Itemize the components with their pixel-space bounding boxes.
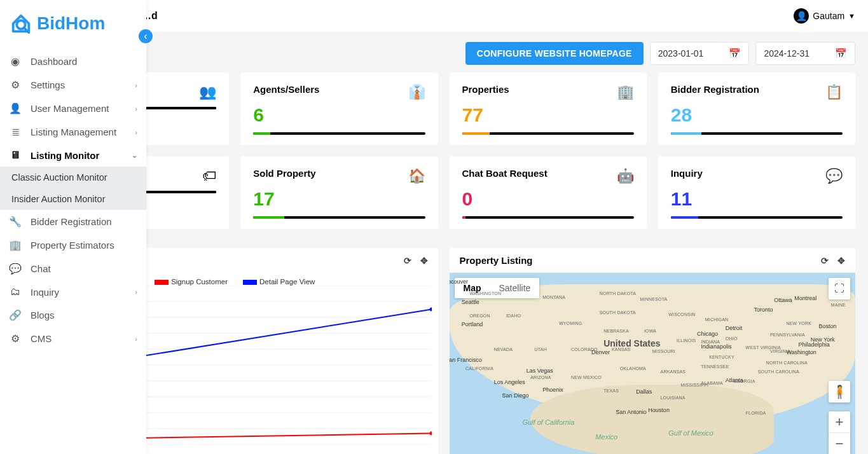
nav-list: ◉Dashboard⚙Settings›👤User Management›≣Li… bbox=[0, 47, 146, 353]
nav-icon: ≣ bbox=[9, 126, 22, 138]
sidebar-item-bidder-registration[interactable]: 🔧Bidder Registration bbox=[0, 210, 146, 233]
svg-point-14 bbox=[430, 432, 432, 436]
card-value: 77 bbox=[462, 104, 634, 126]
brand-name: BidHom bbox=[37, 13, 105, 34]
sidebar-item-dashboard[interactable]: ◉Dashboard bbox=[0, 50, 146, 73]
sidebar-item-listing-monitor[interactable]: 🖥Listing Monitor⌄ bbox=[0, 144, 146, 167]
card-icon: 📋 bbox=[825, 84, 843, 100]
stat-card: Sold Property🏠17 bbox=[240, 156, 437, 229]
map-land bbox=[530, 385, 774, 454]
svg-point-13 bbox=[430, 308, 432, 312]
legend-item: Detail Page View bbox=[243, 278, 315, 285]
nav-icon: ◉ bbox=[9, 55, 22, 67]
pegman-icon[interactable]: 🧍 bbox=[829, 381, 850, 402]
nav-label: Property Estimators bbox=[31, 240, 114, 251]
legend-item: Signup Customer bbox=[155, 278, 228, 285]
sidebar-item-property-estimators[interactable]: 🏢Property Estimators bbox=[0, 233, 146, 257]
map-panel-header: Property Listing ⟳ ✥ bbox=[450, 248, 856, 273]
card-title: Properties bbox=[462, 84, 509, 95]
card-title: Inquiry bbox=[671, 168, 703, 179]
sidebar-item-inquiry[interactable]: 🗂Inquiry› bbox=[0, 280, 146, 303]
map-type-satellite[interactable]: Satellite bbox=[490, 278, 540, 298]
chevron-right-icon: › bbox=[135, 335, 137, 343]
card-progress bbox=[671, 216, 843, 219]
nav-label: Bidder Registration bbox=[31, 216, 112, 227]
map-zoom-control: + − bbox=[829, 411, 850, 454]
chevron-right-icon: › bbox=[135, 288, 137, 296]
map-panel: Property Listing ⟳ ✥ United States Map S… bbox=[450, 248, 856, 454]
stat-card: Properties🏢77 bbox=[450, 72, 647, 145]
nav-label: Chat bbox=[31, 263, 51, 274]
date-from-input[interactable]: 2023-01-01 📅 bbox=[650, 42, 750, 65]
move-icon[interactable]: ✥ bbox=[420, 256, 428, 266]
date-from-value: 2023-01-01 bbox=[658, 48, 704, 58]
card-value: 0 bbox=[462, 188, 634, 210]
refresh-icon[interactable]: ⟳ bbox=[821, 256, 829, 266]
card-value: 28 bbox=[671, 104, 843, 126]
sidebar-item-user-management[interactable]: 👤User Management› bbox=[0, 97, 146, 120]
card-value: 11 bbox=[671, 188, 843, 210]
nav-label: Settings bbox=[31, 79, 65, 90]
card-icon: 💬 bbox=[825, 168, 843, 184]
card-icon: 🏠 bbox=[408, 168, 425, 184]
chevron-right-icon: › bbox=[135, 128, 137, 136]
card-value: 6 bbox=[253, 104, 425, 126]
nav-label: Inquiry bbox=[31, 287, 59, 298]
card-title: Sold Property bbox=[253, 168, 315, 179]
sidebar-item-blogs[interactable]: 🔗Blogs bbox=[0, 303, 146, 327]
map-panel-title: Property Listing bbox=[460, 255, 533, 266]
sidebar-item-settings[interactable]: ⚙Settings› bbox=[0, 73, 146, 97]
configure-homepage-button[interactable]: CONFIGURE WEBSITE HOMEPAGE bbox=[465, 42, 644, 65]
sidebar-subitem-insider-auction-monitor[interactable]: Insider Auction Monitor bbox=[0, 188, 146, 210]
caret-down-icon: ▼ bbox=[848, 12, 855, 20]
card-progress bbox=[671, 132, 843, 135]
nav-icon: ⚙ bbox=[9, 333, 22, 345]
zoom-out-button[interactable]: − bbox=[829, 433, 850, 454]
date-to-input[interactable]: 2024-12-31 📅 bbox=[755, 42, 855, 65]
card-icon: 🏷 bbox=[202, 168, 216, 184]
user-menu[interactable]: 👤 Gautam ▼ bbox=[794, 8, 855, 24]
map[interactable]: United States Map Satellite ⛶ 🧍 + − WASH… bbox=[450, 273, 856, 454]
nav-icon: 🗂 bbox=[9, 286, 22, 298]
chevron-left-icon: ‹ bbox=[144, 31, 147, 42]
map-type-map[interactable]: Map bbox=[455, 278, 490, 298]
move-icon[interactable]: ✥ bbox=[837, 256, 845, 266]
card-title: Chat Boat Request bbox=[462, 168, 548, 179]
sidebar-subitem-classic-auction-monitor[interactable]: Classic Auction Monitor bbox=[0, 167, 146, 188]
sidebar: BidHom ‹ ◉Dashboard⚙Settings›👤User Manag… bbox=[0, 0, 146, 454]
zoom-in-button[interactable]: + bbox=[829, 411, 850, 433]
card-icon: 🤖 bbox=[617, 168, 634, 184]
nav-icon: 👤 bbox=[9, 102, 22, 114]
chevron-right-icon: ⌄ bbox=[132, 151, 137, 160]
map-type-toggle: Map Satellite bbox=[455, 278, 540, 298]
nav-label: Listing Management bbox=[31, 127, 116, 137]
chevron-right-icon: › bbox=[135, 105, 137, 113]
sidebar-item-cms[interactable]: ⚙CMS› bbox=[0, 327, 146, 350]
sidebar-item-listing-management[interactable]: ≣Listing Management› bbox=[0, 120, 146, 144]
sidebar-collapse-button[interactable]: ‹ bbox=[139, 29, 153, 43]
card-progress bbox=[462, 132, 634, 135]
brand-logo[interactable]: BidHom bbox=[0, 0, 146, 47]
card-progress bbox=[462, 216, 634, 219]
nav-icon: 🔗 bbox=[9, 309, 22, 321]
user-name: Gautam bbox=[813, 11, 844, 21]
sidebar-item-chat[interactable]: 💬Chat bbox=[0, 257, 146, 280]
stat-card: Chat Boat Request🤖0 bbox=[450, 156, 647, 229]
nav-label: Blogs bbox=[31, 310, 55, 320]
nav-label: User Management bbox=[31, 103, 109, 114]
stat-card: Agents/Sellers👔6 bbox=[240, 72, 437, 145]
logo-icon bbox=[9, 11, 33, 36]
avatar-icon: 👤 bbox=[794, 8, 809, 24]
card-icon: 👥 bbox=[199, 84, 216, 100]
nav-label: Dashboard bbox=[31, 56, 77, 67]
card-icon: 🏢 bbox=[617, 84, 634, 100]
card-title: Agents/Sellers bbox=[253, 84, 319, 95]
fullscreen-button[interactable]: ⛶ bbox=[829, 278, 850, 299]
nav-icon: 💬 bbox=[9, 263, 22, 275]
card-progress bbox=[253, 132, 425, 135]
card-value: 17 bbox=[253, 188, 425, 210]
refresh-icon[interactable]: ⟳ bbox=[404, 256, 411, 266]
date-to-value: 2024-12-31 bbox=[764, 48, 809, 58]
stats-cards: 👥Agents/Sellers👔6Properties🏢77Bidder Reg… bbox=[32, 72, 855, 229]
dashboard-toolbar: CONFIGURE WEBSITE HOMEPAGE 2023-01-01 📅 … bbox=[149, 42, 855, 65]
